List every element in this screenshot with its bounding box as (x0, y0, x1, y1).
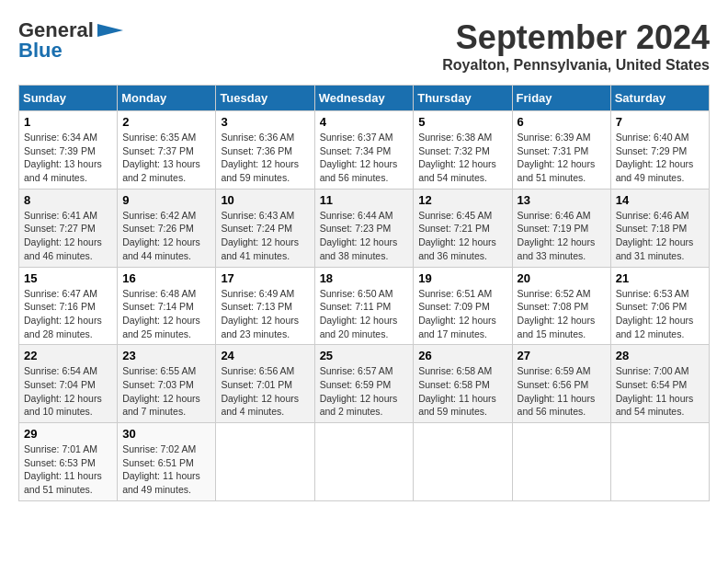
calendar-cell: 18Sunrise: 6:50 AMSunset: 7:11 PMDayligh… (314, 267, 414, 345)
calendar-cell: 22Sunrise: 6:54 AMSunset: 7:04 PMDayligh… (19, 345, 118, 423)
day-info: Sunrise: 6:52 AMSunset: 7:08 PMDaylight:… (518, 287, 606, 341)
day-info: Sunrise: 6:44 AMSunset: 7:23 PMDaylight:… (320, 209, 409, 263)
calendar-cell: 20Sunrise: 6:52 AMSunset: 7:08 PMDayligh… (512, 267, 610, 345)
day-info: Sunrise: 6:46 AMSunset: 7:18 PMDaylight:… (616, 209, 704, 263)
calendar-cell: 12Sunrise: 6:45 AMSunset: 7:21 PMDayligh… (414, 189, 512, 267)
day-info: Sunrise: 6:40 AMSunset: 7:29 PMDaylight:… (616, 131, 704, 185)
day-number: 5 (418, 115, 506, 129)
day-info: Sunrise: 6:54 AMSunset: 7:04 PMDaylight:… (24, 364, 112, 419)
day-number: 24 (221, 349, 309, 362)
header-wednesday: Wednesday (314, 86, 414, 111)
day-number: 7 (616, 115, 704, 129)
day-number: 12 (418, 193, 506, 207)
day-info: Sunrise: 6:59 AMSunset: 6:56 PMDaylight:… (518, 364, 606, 419)
header-saturday: Saturday (610, 86, 709, 111)
day-number: 23 (122, 349, 210, 362)
header-sunday: Sunday (19, 86, 118, 111)
calendar-cell (216, 423, 314, 501)
location: Royalton, Pennsylvania, United States (442, 57, 710, 74)
day-info: Sunrise: 6:51 AMSunset: 7:09 PMDaylight:… (418, 287, 506, 341)
calendar-cell: 9Sunrise: 6:42 AMSunset: 7:26 PMDaylight… (118, 189, 216, 267)
day-number: 25 (320, 349, 409, 362)
day-number: 27 (518, 349, 606, 362)
day-info: Sunrise: 6:43 AMSunset: 7:24 PMDaylight:… (221, 209, 309, 263)
calendar-cell: 21Sunrise: 6:53 AMSunset: 7:06 PMDayligh… (610, 267, 709, 345)
logo-arrow-icon (97, 24, 123, 37)
day-info: Sunrise: 7:01 AMSunset: 6:53 PMDaylight:… (24, 442, 112, 497)
calendar-cell: 7Sunrise: 6:40 AMSunset: 7:29 PMDaylight… (610, 111, 709, 190)
day-info: Sunrise: 6:47 AMSunset: 7:16 PMDaylight:… (24, 287, 112, 341)
calendar-cell: 26Sunrise: 6:58 AMSunset: 6:58 PMDayligh… (414, 345, 512, 423)
day-number: 15 (24, 271, 112, 285)
calendar-week-row: 15Sunrise: 6:47 AMSunset: 7:16 PMDayligh… (19, 267, 710, 345)
calendar-cell (314, 423, 414, 501)
calendar-cell: 14Sunrise: 6:46 AMSunset: 7:18 PMDayligh… (610, 189, 709, 267)
title-section: September 2024 Royalton, Pennsylvania, U… (442, 18, 710, 74)
calendar-cell: 2Sunrise: 6:35 AMSunset: 7:37 PMDaylight… (118, 111, 216, 190)
day-number: 4 (320, 115, 409, 129)
calendar-cell: 13Sunrise: 6:46 AMSunset: 7:19 PMDayligh… (512, 189, 610, 267)
calendar-week-row: 29Sunrise: 7:01 AMSunset: 6:53 PMDayligh… (19, 423, 710, 501)
day-info: Sunrise: 6:36 AMSunset: 7:36 PMDaylight:… (221, 131, 309, 185)
day-info: Sunrise: 6:42 AMSunset: 7:26 PMDaylight:… (122, 209, 210, 263)
day-number: 10 (221, 193, 309, 207)
calendar-cell: 3Sunrise: 6:36 AMSunset: 7:36 PMDaylight… (216, 111, 314, 190)
day-info: Sunrise: 6:37 AMSunset: 7:34 PMDaylight:… (320, 131, 409, 185)
calendar-table: SundayMondayTuesdayWednesdayThursdayFrid… (18, 85, 710, 501)
calendar-cell: 29Sunrise: 7:01 AMSunset: 6:53 PMDayligh… (19, 423, 118, 501)
day-number: 16 (122, 271, 210, 285)
calendar-cell: 15Sunrise: 6:47 AMSunset: 7:16 PMDayligh… (19, 267, 118, 345)
calendar-cell: 10Sunrise: 6:43 AMSunset: 7:24 PMDayligh… (216, 189, 314, 267)
day-info: Sunrise: 6:38 AMSunset: 7:32 PMDaylight:… (418, 131, 506, 185)
day-number: 22 (24, 349, 112, 362)
calendar-week-row: 22Sunrise: 6:54 AMSunset: 7:04 PMDayligh… (19, 345, 710, 423)
calendar-week-row: 8Sunrise: 6:41 AMSunset: 7:27 PMDaylight… (19, 189, 710, 267)
day-info: Sunrise: 6:48 AMSunset: 7:14 PMDaylight:… (122, 287, 210, 341)
day-info: Sunrise: 6:56 AMSunset: 7:01 PMDaylight:… (221, 364, 309, 419)
calendar-cell: 1Sunrise: 6:34 AMSunset: 7:39 PMDaylight… (19, 111, 118, 190)
day-info: Sunrise: 6:46 AMSunset: 7:19 PMDaylight:… (518, 209, 606, 263)
day-number: 20 (518, 271, 606, 285)
calendar-cell: 5Sunrise: 6:38 AMSunset: 7:32 PMDaylight… (414, 111, 512, 190)
calendar-cell (414, 423, 512, 501)
month-title: September 2024 (442, 18, 710, 57)
day-info: Sunrise: 6:55 AMSunset: 7:03 PMDaylight:… (122, 364, 210, 419)
calendar-cell: 8Sunrise: 6:41 AMSunset: 7:27 PMDaylight… (19, 189, 118, 267)
day-number: 9 (122, 193, 210, 207)
calendar-cell: 27Sunrise: 6:59 AMSunset: 6:56 PMDayligh… (512, 345, 610, 423)
day-info: Sunrise: 6:39 AMSunset: 7:31 PMDaylight:… (518, 131, 606, 185)
day-number: 14 (616, 193, 704, 207)
calendar-cell: 30Sunrise: 7:02 AMSunset: 6:51 PMDayligh… (118, 423, 216, 501)
calendar-cell: 25Sunrise: 6:57 AMSunset: 6:59 PMDayligh… (314, 345, 414, 423)
day-info: Sunrise: 7:00 AMSunset: 6:54 PMDaylight:… (616, 364, 704, 419)
calendar-cell: 28Sunrise: 7:00 AMSunset: 6:54 PMDayligh… (610, 345, 709, 423)
day-number: 11 (320, 193, 409, 207)
day-number: 29 (24, 427, 112, 441)
calendar-week-row: 1Sunrise: 6:34 AMSunset: 7:39 PMDaylight… (19, 111, 710, 190)
calendar-cell: 23Sunrise: 6:55 AMSunset: 7:03 PMDayligh… (118, 345, 216, 423)
logo: General Blue (18, 18, 123, 63)
day-info: Sunrise: 6:50 AMSunset: 7:11 PMDaylight:… (320, 287, 409, 341)
svg-marker-0 (97, 24, 123, 37)
calendar-cell: 24Sunrise: 6:56 AMSunset: 7:01 PMDayligh… (216, 345, 314, 423)
day-info: Sunrise: 6:58 AMSunset: 6:58 PMDaylight:… (418, 364, 506, 419)
day-info: Sunrise: 6:53 AMSunset: 7:06 PMDaylight:… (616, 287, 704, 341)
header-friday: Friday (512, 86, 610, 111)
calendar-cell: 16Sunrise: 6:48 AMSunset: 7:14 PMDayligh… (118, 267, 216, 345)
calendar-cell: 17Sunrise: 6:49 AMSunset: 7:13 PMDayligh… (216, 267, 314, 345)
day-info: Sunrise: 6:57 AMSunset: 6:59 PMDaylight:… (320, 364, 409, 419)
header-tuesday: Tuesday (216, 86, 314, 111)
day-info: Sunrise: 6:34 AMSunset: 7:39 PMDaylight:… (24, 131, 112, 185)
calendar-cell (512, 423, 610, 501)
logo-blue: Blue (18, 39, 63, 63)
day-number: 8 (24, 193, 112, 207)
day-info: Sunrise: 6:41 AMSunset: 7:27 PMDaylight:… (24, 209, 112, 263)
day-number: 2 (122, 115, 210, 129)
day-number: 21 (616, 271, 704, 285)
day-number: 26 (418, 349, 506, 362)
calendar-cell: 6Sunrise: 6:39 AMSunset: 7:31 PMDaylight… (512, 111, 610, 190)
day-number: 17 (221, 271, 309, 285)
day-number: 13 (518, 193, 606, 207)
calendar-cell: 4Sunrise: 6:37 AMSunset: 7:34 PMDaylight… (314, 111, 414, 190)
day-number: 19 (418, 271, 506, 285)
